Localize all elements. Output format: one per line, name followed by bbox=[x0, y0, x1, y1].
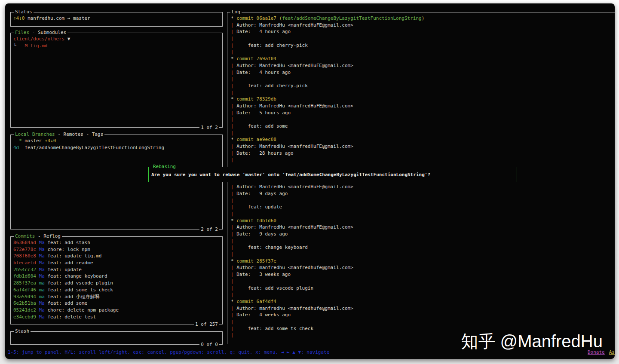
stash-panel-count: 0 of 0 bbox=[199, 341, 219, 348]
log-line: | bbox=[231, 35, 615, 42]
log-line: | Date: 9 days ago bbox=[231, 231, 615, 238]
commit-row[interactable]: 863684ad Ma feat: add stash bbox=[13, 239, 220, 246]
commit-row[interactable]: 672e778c Ma chore: lock npm bbox=[13, 246, 220, 253]
log-line: | Author: ManfredHu <manfredHuFE@gmail.c… bbox=[231, 224, 615, 231]
file-row[interactable]: └ M tig.md bbox=[13, 43, 220, 49]
branches-panel-title: Local Branches - Remotes - Tags bbox=[14, 131, 104, 138]
status-panel-body: ↑4↓0 manfredhu.com → master bbox=[11, 12, 222, 26]
log-line: | bbox=[231, 211, 615, 217]
log-line: | Author: ManfredHu <manfredHuFE@gmail.c… bbox=[231, 103, 615, 110]
commit-row[interactable]: 285f37ea ma feat: add vscode plugin bbox=[13, 280, 220, 287]
status-line: ↑4↓0 manfredhu.com → master bbox=[13, 15, 220, 22]
commit-row[interactable]: 05241dc2 Ma chore: delete npm package bbox=[13, 307, 220, 314]
branch-row[interactable]: * master ↑4↓0 bbox=[13, 138, 220, 144]
log-line: | Date: 5 hours ago bbox=[231, 110, 615, 116]
stash-panel-title: Stash bbox=[14, 328, 31, 335]
files-panel-title: Files - Submodules bbox=[14, 29, 67, 36]
files-panel[interactable]: Files - Submodules client/docs/others ▼└… bbox=[10, 33, 223, 128]
log-line: | bbox=[231, 49, 615, 55]
log-line: | Author: ManfredHu <manfredHuFE@gmail.c… bbox=[231, 143, 615, 150]
log-panel-title: Log bbox=[230, 9, 242, 15]
commit-row[interactable]: bfecaefd Ma feat: add readme bbox=[13, 260, 220, 266]
ask-question-link[interactable]: As bbox=[609, 349, 615, 355]
log-line: | Date: 4 hours ago bbox=[231, 28, 615, 35]
log-line: | bbox=[231, 251, 615, 258]
log-line: * commit 285f37e bbox=[231, 258, 615, 265]
log-line: | Author: ManfredHu <manfredHuFE@gmail.c… bbox=[231, 184, 615, 190]
log-line: | Author: ManfredHu <manfredHuFE@gmail.c… bbox=[231, 22, 615, 29]
log-line: | feat: add cherry-pick bbox=[231, 42, 615, 49]
log-line: | bbox=[231, 156, 615, 163]
files-panel-body: client/docs/others ▼└ M tig.md bbox=[11, 33, 222, 127]
log-line: | Author: manfredhu <manfredhufe@gmail.c… bbox=[231, 264, 615, 271]
log-line: | bbox=[231, 76, 615, 83]
log-line: | bbox=[231, 291, 615, 298]
zhihu-watermark: 知乎 @ManfredHu bbox=[461, 338, 603, 345]
commit-row[interactable]: 6e2b51ba Ma feat: add some bbox=[13, 300, 220, 307]
log-line: * commit 6af4df4 bbox=[231, 298, 615, 305]
log-line: | Date: 9 days ago bbox=[231, 190, 615, 197]
log-line: | feat: add some bbox=[231, 123, 615, 130]
branches-panel-count: 2 of 2 bbox=[199, 226, 219, 233]
log-line: * commit 06aa1e7 (feat/addSomeChangeByLa… bbox=[231, 15, 615, 22]
log-line: | feat: update bbox=[231, 204, 615, 211]
log-line: | feat: add cherry-pick bbox=[231, 83, 615, 89]
commit-row[interactable]: 6af4df46 ma feat: add some ts check bbox=[13, 287, 220, 294]
commit-row[interactable]: 708f60e8 Ma feat: update tig.md bbox=[13, 253, 220, 260]
log-line: | Date: 28 hours ago bbox=[231, 150, 615, 157]
log-line: * commit 78329db bbox=[231, 96, 615, 103]
rebase-confirm-dialog[interactable]: Rebasing Are you sure you want to rebase… bbox=[148, 167, 517, 182]
status-panel-title: Status bbox=[14, 9, 34, 15]
stash-panel[interactable]: Stash 0 of 0 bbox=[10, 331, 223, 345]
log-line: | bbox=[231, 130, 615, 137]
log-line: | bbox=[231, 89, 615, 96]
log-line: | Author: manfredhu <manfredhufe@gmail.c… bbox=[231, 305, 615, 312]
log-line: * commit 769af04 bbox=[231, 55, 615, 62]
commit-row[interactable]: 93a59494 ma feat: add 小程序解释 bbox=[13, 294, 220, 300]
log-line: | bbox=[231, 278, 615, 285]
branch-row[interactable]: 4d feat/addSomeChangeByLazygitTestFuncti… bbox=[13, 144, 220, 151]
log-line: | feat: add some ts check bbox=[231, 325, 615, 332]
log-line: | bbox=[231, 197, 615, 204]
log-line: | Date: 4 hours ago bbox=[231, 69, 615, 76]
commits-panel-body: 863684ad Ma feat: add stash672e778c Ma c… bbox=[11, 237, 222, 324]
log-line: | bbox=[231, 318, 615, 325]
log-line: | feat: add vscode plugin bbox=[231, 285, 615, 292]
commit-row[interactable]: fdb1d604 Ma feat: change keyboard bbox=[13, 273, 220, 280]
log-line: | Date: 3 weeks ago bbox=[231, 271, 615, 278]
log-line: | Date: 4 weeks ago bbox=[231, 312, 615, 318]
files-panel-count: 1 of 2 bbox=[199, 124, 219, 131]
commit-row[interactable]: e34cebd9 Ma feat: delete test bbox=[13, 314, 220, 321]
status-panel[interactable]: Status ↑4↓0 manfredhu.com → master bbox=[10, 12, 223, 27]
rebase-dialog-title: Rebasing bbox=[152, 163, 177, 170]
rebase-dialog-message: Are you sure you want to rebase 'master'… bbox=[149, 167, 517, 178]
file-row[interactable]: client/docs/others ▼ bbox=[13, 36, 220, 43]
log-line: | bbox=[231, 116, 615, 123]
commit-row[interactable]: 2b54cc32 Ma feat: update bbox=[13, 266, 220, 273]
lazygit-terminal: Status ↑4↓0 manfredhu.com → master Files… bbox=[5, 3, 615, 359]
commits-panel[interactable]: Commits - Reflog 863684ad Ma feat: add s… bbox=[10, 236, 223, 324]
commits-panel-count: 1 of 257 bbox=[194, 321, 219, 328]
log-line: | feat: change keyboard bbox=[231, 244, 615, 251]
log-line: * commit ae9ec08 bbox=[231, 136, 615, 143]
keybindings-hint: 1-5: jump to panel, H/L: scroll left/rig… bbox=[8, 349, 329, 356]
log-line: | Author: ManfredHu <manfredHuFE@gmail.c… bbox=[231, 62, 615, 69]
commits-panel-title: Commits - Reflog bbox=[14, 233, 62, 240]
log-line: | bbox=[231, 238, 615, 245]
stash-panel-body bbox=[11, 332, 222, 344]
log-line: * commit fdb1d60 bbox=[231, 217, 615, 224]
screenshot-frame: Status ↑4↓0 manfredhu.com → master Files… bbox=[0, 0, 619, 364]
